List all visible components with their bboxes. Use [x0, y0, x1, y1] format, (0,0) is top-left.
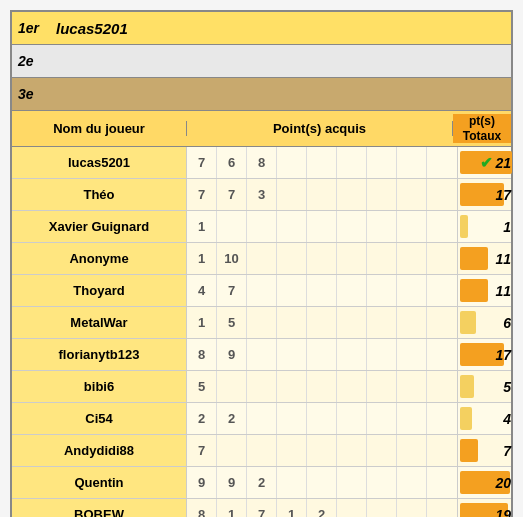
point-cell — [397, 499, 427, 517]
player-name: Anonyme — [12, 243, 187, 274]
total-cell: 7 — [458, 435, 516, 466]
point-cell: 1 — [187, 211, 217, 242]
table-row: MetalWar156 — [12, 307, 511, 339]
point-cell: 7 — [217, 179, 247, 210]
total-cell: ✔21 — [458, 147, 516, 178]
point-cell: 6 — [217, 147, 247, 178]
rank-3: 3e — [12, 86, 52, 102]
point-cell: 1 — [187, 307, 217, 338]
point-cell — [367, 371, 397, 402]
total-number: 17 — [495, 187, 511, 203]
point-cell — [427, 179, 457, 210]
table-row: Xavier Guignard11 — [12, 211, 511, 243]
table-row: lucas5201768✔21 — [12, 147, 511, 179]
point-cell — [277, 211, 307, 242]
point-cell: 7 — [187, 435, 217, 466]
col-header-total: pt(s)Totaux — [453, 114, 511, 143]
points-area: 768 — [187, 147, 458, 178]
point-cell — [277, 467, 307, 498]
point-cell: 7 — [247, 499, 277, 517]
point-cell — [337, 211, 367, 242]
podium-row-2: 2e — [12, 45, 511, 78]
point-cell — [337, 147, 367, 178]
point-cell — [397, 243, 427, 274]
point-cell — [217, 435, 247, 466]
point-cell — [367, 403, 397, 434]
point-cell — [277, 403, 307, 434]
points-area: 110 — [187, 243, 458, 274]
player-name: bibi6 — [12, 371, 187, 402]
point-cell: 2 — [187, 403, 217, 434]
total-cell: 11 — [458, 275, 516, 306]
podium-name-1: lucas5201 — [52, 20, 511, 37]
point-cell: 9 — [217, 339, 247, 370]
point-cell — [397, 467, 427, 498]
point-cell: 5 — [187, 371, 217, 402]
point-cell — [337, 243, 367, 274]
total-cell: 1 — [458, 211, 516, 242]
point-cell: 9 — [187, 467, 217, 498]
point-cell: 8 — [187, 499, 217, 517]
podium-row-3: 3e — [12, 78, 511, 111]
point-cell — [427, 211, 457, 242]
point-cell — [427, 403, 457, 434]
point-cell: 2 — [247, 467, 277, 498]
scoreboard: 1er lucas5201 2e 3e Nom du joueur Point(… — [10, 10, 513, 517]
point-cell — [427, 243, 457, 274]
total-cell: 4 — [458, 403, 516, 434]
point-cell — [307, 179, 337, 210]
point-cell — [307, 243, 337, 274]
col-header-name: Nom du joueur — [12, 121, 187, 136]
point-cell — [427, 467, 457, 498]
check-icon: ✔ — [480, 154, 493, 172]
point-cell — [397, 339, 427, 370]
table-body: lucas5201768✔21Théo77317Xavier Guignard1… — [12, 147, 511, 517]
points-area: 5 — [187, 371, 458, 402]
point-cell — [397, 307, 427, 338]
table-header: Nom du joueur Point(s) acquis pt(s)Totau… — [12, 111, 511, 147]
point-cell — [427, 499, 457, 517]
point-cell — [337, 371, 367, 402]
point-cell — [337, 275, 367, 306]
point-cell — [307, 467, 337, 498]
point-cell — [277, 435, 307, 466]
point-cell: 10 — [217, 243, 247, 274]
point-cell: 7 — [187, 179, 217, 210]
point-cell — [247, 371, 277, 402]
points-area: 89 — [187, 339, 458, 370]
score-bar — [460, 375, 474, 398]
point-cell — [247, 275, 277, 306]
point-cell — [277, 243, 307, 274]
point-cell: 8 — [247, 147, 277, 178]
point-cell — [367, 147, 397, 178]
score-bar — [460, 279, 488, 302]
table-row: Ci54224 — [12, 403, 511, 435]
podium-row-1: 1er lucas5201 — [12, 12, 511, 45]
points-area: 773 — [187, 179, 458, 210]
point-cell — [277, 147, 307, 178]
total-number: 6 — [503, 315, 511, 331]
points-area: 7 — [187, 435, 458, 466]
point-cell — [337, 499, 367, 517]
player-name: Andydidi88 — [12, 435, 187, 466]
point-cell — [367, 499, 397, 517]
points-area: 81712 — [187, 499, 458, 517]
point-cell — [427, 147, 457, 178]
rank-2: 2e — [12, 53, 52, 69]
points-area: 47 — [187, 275, 458, 306]
player-name: Thoyard — [12, 275, 187, 306]
point-cell — [307, 371, 337, 402]
point-cell — [217, 211, 247, 242]
total-number: 19 — [495, 507, 511, 518]
point-cell — [307, 147, 337, 178]
point-cell: 7 — [187, 147, 217, 178]
total-number: 21 — [495, 155, 511, 171]
point-cell — [367, 179, 397, 210]
point-cell — [397, 403, 427, 434]
point-cell — [337, 467, 367, 498]
point-cell — [247, 243, 277, 274]
point-cell — [217, 371, 247, 402]
point-cell — [247, 211, 277, 242]
point-cell — [367, 275, 397, 306]
point-cell — [427, 435, 457, 466]
